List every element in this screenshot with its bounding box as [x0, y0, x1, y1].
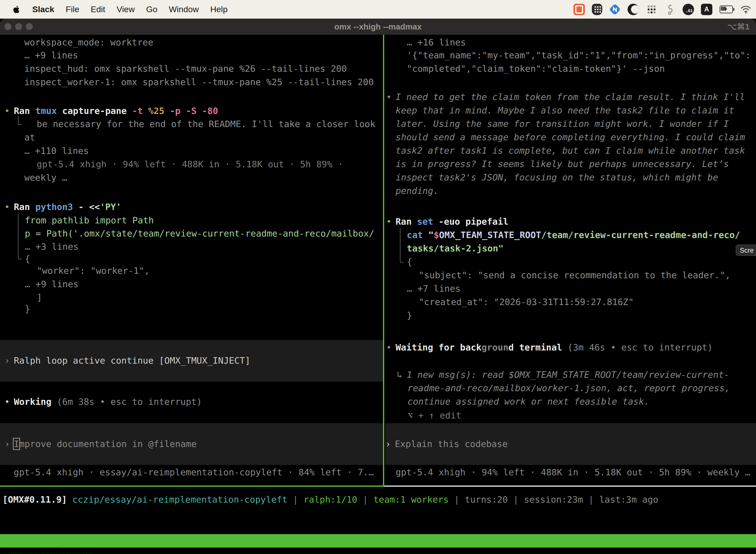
tmux-status-bar: [omx-cczip0:bash* "MacBook-Pro-44.local"… — [0, 534, 756, 548]
output-connector — [18, 117, 21, 125]
bullet-icon: • — [4, 106, 10, 116]
thinking-line: is in progress? It seems likely but perh… — [396, 157, 729, 171]
menu-bar: Slack File Edit View Go Window Help ..61… — [0, 0, 756, 19]
hook-icon[interactable] — [664, 4, 676, 15]
input-placeholder: mprove documentation in @filename — [19, 439, 196, 449]
menu-help[interactable]: Help — [210, 4, 228, 14]
terminal-window: omx --xhigh --madmax ⌥⌘1 workspace_mode:… — [0, 19, 756, 554]
thinking-line: •I need to get the claim token from the … — [386, 90, 745, 104]
output-line: } — [25, 302, 30, 316]
menu-window[interactable]: Window — [169, 4, 199, 14]
mailbox-message-line: readme-and-reco/mailbox/worker-1.json, a… — [407, 382, 730, 395]
menu-file[interactable]: File — [66, 4, 79, 14]
right-pane-bottom-border — [384, 486, 756, 487]
hud-repo: cczip/essay/ai-reimplementation-copyleft — [72, 494, 288, 505]
mailbox-message-line: ↳1 new msg(s): read $OMX_TEAM_STATE_ROOT… — [397, 368, 729, 382]
menu-edit[interactable]: Edit — [91, 4, 106, 14]
apple-logo-icon[interactable] — [12, 4, 21, 14]
arrow-down-right-icon: ↳ — [397, 370, 402, 380]
code-line: tasks/task-2.json" — [407, 242, 504, 255]
window-title-bar[interactable]: omx --xhigh --madmax ⌥⌘1 — [0, 19, 756, 35]
ran-command-line: •Ran python3 - <<'PY' — [4, 200, 121, 214]
pane-divider[interactable] — [383, 35, 384, 487]
prompt-input-line[interactable]: ›Improve documentation in @filename — [4, 437, 197, 451]
code-line: p = Path('.omx/state/team/review-current… — [25, 227, 374, 240]
prompt-input-line[interactable]: ›Explain this codebase — [385, 437, 508, 451]
bullet-icon: • — [386, 216, 392, 227]
code-line: cat "$OMX_TEAM_STATE_ROOT/team/review-cu… — [407, 228, 740, 242]
output-line: { — [25, 252, 30, 266]
menu-view[interactable]: View — [117, 4, 135, 14]
output-line: weekly … — [24, 171, 67, 184]
session-status-line: gpt-5.4 xhigh · 94% left · 488K in · 5.1… — [396, 466, 750, 479]
output-line: … +7 lines — [407, 282, 460, 295]
terminal-content[interactable]: workspace_mode: worktree … +9 lines insp… — [0, 35, 756, 554]
thinking-line: should send a message before completing … — [396, 130, 745, 144]
chevron-prompt-icon: › — [385, 439, 391, 449]
crescent-app-icon[interactable] — [628, 4, 639, 15]
tmux-session-window[interactable]: [omx-cczip0:bash* — [2, 548, 93, 554]
output-line: gpt-5.4 xhigh · 94% left · 488K in · 5.1… — [37, 158, 343, 171]
chat-app-icon[interactable] — [573, 4, 585, 15]
window-shortcut-badge: ⌥⌘1 — [728, 19, 750, 35]
output-line: '{"team_name":"my-team","task_id":"1","f… — [407, 49, 751, 62]
ran-command-line: •Ran set -euo pipefail — [386, 215, 508, 228]
output-line: inspect_worker-1: omx sparkshell --tmux-… — [24, 75, 374, 89]
ran-command-line: •Ran tmux capture-pane -t %25 -p -S -80 — [4, 104, 218, 118]
thinking-line: inspect task2's JSON, focusing on the st… — [396, 171, 718, 184]
grid-shield-icon[interactable] — [592, 4, 602, 15]
dots-grid-icon[interactable] — [646, 4, 657, 15]
bullet-icon: • — [386, 92, 392, 102]
output-line: { — [407, 255, 412, 269]
output-line: … +16 lines — [407, 36, 466, 49]
output-line: … +9 lines — [24, 49, 78, 62]
input-source-icon[interactable]: A — [701, 4, 712, 15]
menu-go[interactable]: Go — [146, 4, 157, 14]
hud-turns: turns:20 — [465, 494, 508, 505]
menu-app-name[interactable]: Slack — [32, 4, 54, 14]
output-line: … +110 lines — [24, 144, 89, 158]
output-connector — [400, 228, 403, 263]
window-title: omx --xhigh --madmax — [0, 19, 756, 35]
output-line: inspect_hud: omx sparkshell --tmux-pane … — [24, 62, 347, 75]
output-line: "worker": "worker-1", — [37, 264, 149, 277]
count-badge-icon[interactable]: ..61 — [683, 4, 694, 15]
left-pane-bottom-border — [0, 486, 384, 487]
bullet-icon: • — [4, 202, 10, 212]
input-placeholder: Explain this codebase — [395, 439, 508, 449]
thinking-line: task2 after task1 is complete, but can I… — [396, 144, 745, 157]
output-line: be necessary for the end of the README. … — [37, 117, 375, 131]
mailbox-message-line: continue assigned work or next feasible … — [407, 395, 649, 408]
ralph-loop-line: ›Ralph loop active continue [OMX_TMUX_IN… — [4, 354, 250, 367]
output-line: … +3 lines — [25, 240, 79, 254]
output-line: ] — [37, 291, 42, 304]
chevron-prompt-icon: › — [4, 439, 10, 449]
output-line: "completed","claim_token":"claim-token"}… — [407, 62, 665, 75]
waiting-status-line: •Waiting for background terminal (3m 46s… — [386, 341, 712, 354]
thinking-line: pending. — [396, 184, 439, 198]
output-line: … +9 lines — [25, 277, 79, 291]
chevron-prompt-icon: › — [4, 355, 10, 366]
bullet-icon: • — [386, 342, 392, 352]
wifi-icon[interactable] — [740, 4, 752, 15]
screen-overlay-button[interactable]: Scre — [736, 244, 756, 256]
session-status-line: gpt-5.4 xhigh · essay/ai-reimplementatio… — [14, 466, 374, 479]
omx-hud-status-line: [OMX#0.11.9] cczip/essay/ai-reimplementa… — [2, 493, 658, 506]
blue-shield-icon[interactable] — [609, 3, 621, 15]
thinking-line: later. Using the same for transition mig… — [396, 117, 729, 130]
code-line: from pathlib import Path — [25, 214, 154, 227]
battery-icon[interactable] — [719, 4, 733, 15]
output-line: at — [24, 131, 35, 144]
omx-version: [OMX#0.11.9] — [2, 494, 72, 505]
hud-last: last:3m ago — [599, 494, 658, 505]
output-line: "created_at": "2026-03-31T11:59:27.816Z" — [419, 295, 634, 309]
hud-ralph: ralph:1/10 — [304, 494, 358, 505]
output-line: } — [407, 309, 412, 322]
edit-shortcut-hint: ⌥ + ↑ edit — [407, 409, 461, 422]
thinking-line: keep that in mind. Maybe I also need the… — [396, 104, 734, 117]
text-cursor: I — [14, 439, 19, 449]
output-connector — [18, 214, 21, 259]
output-line: workspace_mode: worktree — [24, 36, 153, 49]
output-line: "subject": "send a concise recommendatio… — [419, 269, 731, 282]
working-status-line: •Working (6m 38s • esc to interrupt) — [4, 395, 202, 408]
